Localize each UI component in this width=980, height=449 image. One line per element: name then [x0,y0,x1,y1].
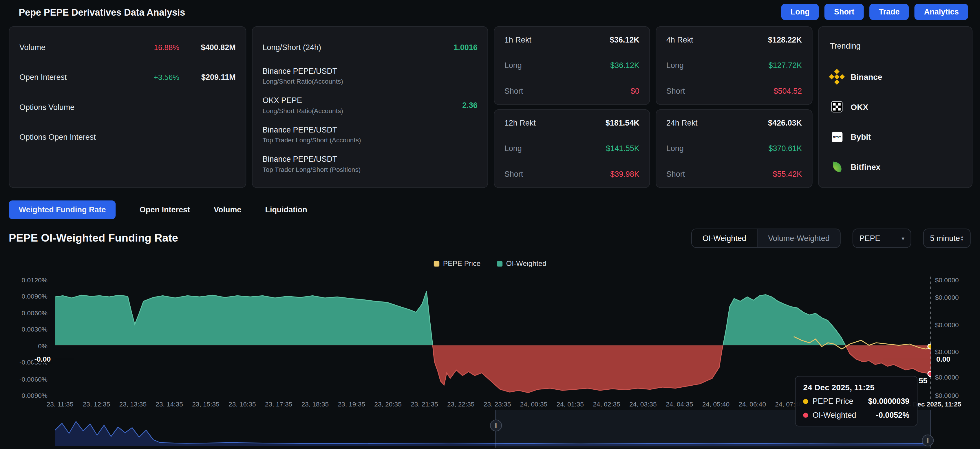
bybit-icon [830,130,843,143]
market-stats-card: Volume -16.88% $400.82M Open Interest +3… [9,26,246,188]
stat-row-open-interest: Open Interest +3.56% $209.11M [19,72,236,83]
navigator-right-handle-icon[interactable]: ∥ [922,435,934,446]
tooltip-row-price: PEPE Price $0.0000039 [803,397,909,406]
up-down-icon: ▲▼ [960,235,964,241]
trending-item-label: Bitfinex [851,162,880,171]
rekt-total: $181.54K [606,119,640,127]
rekt-short-value: $504.52 [773,87,802,95]
trending-item-okx[interactable]: OKX [830,99,961,114]
toggle-volume-weighted[interactable]: Volume-Weighted [757,229,840,248]
page-title: Pepe PEPE Derivatives Data Analysis [19,7,185,17]
y-axis-left-tick: 0.0090% [22,292,48,300]
funding-dot-icon [803,413,808,418]
ls-item-name: OKX PEPE [262,96,343,105]
rekt-short-label: Short [667,170,685,179]
rekt-card-24h: 24h Rekt$426.03K Long$370.61K Short$55.4… [655,109,813,188]
ls-item-name: Binance PEPE/USDT [262,155,361,163]
ls-item-desc: Long/Short Ratio(Accounts) [262,107,343,114]
rekt-long-label: Long [504,61,522,70]
short-button[interactable]: Short [825,4,864,20]
rekt-period: 4h Rekt [667,36,693,44]
tab-open-interest[interactable]: Open Interest [140,205,190,214]
y-axis-left-tick: -0.0060% [19,375,48,382]
trending-item-label: Binance [851,72,882,81]
ls-item-binance-top-positions[interactable]: Binance PEPE/USDT Top Trader Long/Short … [262,155,477,173]
ls-item-value: 2.36 [462,101,477,109]
trending-title: Trending [830,42,961,53]
y-axis-right-tick: $0.0000 [935,276,959,284]
bitfinex-icon [830,160,843,173]
rekt-period: 24h Rekt [667,119,698,127]
pair-select-value: PEPE [859,234,880,243]
y-axis-left-tick: 0.0060% [22,309,48,316]
stat-row-options-open-interest: Options Open Interest [19,132,236,143]
stat-label: Options Open Interest [19,133,179,142]
y-axis-right-tick: $0.0000 [935,321,959,328]
binance-icon [830,70,843,84]
long-button[interactable]: Long [781,4,819,20]
stat-change: -16.88% [151,43,179,52]
trending-item-bybit[interactable]: Bybit [830,129,961,144]
interval-select-value: 5 minute [930,234,960,243]
okx-icon [830,100,843,113]
current-price-axis-badge: 0.00 [935,355,951,363]
rekt-long-value: $36.12K [610,61,640,70]
rekt-short-label: Short [504,87,523,95]
tab-liquidation[interactable]: Liquidation [265,205,307,214]
y-axis-right-tick: $0.0000 [935,392,959,399]
rekt-card-12h: 12h Rekt$181.54K Long$141.55K Short$39.9… [494,109,650,188]
tab-weighted-funding-rate[interactable]: Weighted Funding Rate [9,200,116,219]
legend-pepe-price[interactable]: PEPE Price [434,260,480,267]
rekt-period: 12h Rekt [504,119,536,127]
legend-label: OI-Weighted [506,260,546,267]
rekt-long-label: Long [504,144,522,153]
ls-item-okx-accounts[interactable]: OKX PEPE Long/Short Ratio(Accounts) 2.36 [262,96,477,114]
oi-weighted-swatch-icon [497,261,502,266]
ls-item-binance-accounts[interactable]: Binance PEPE/USDT Long/Short Ratio(Accou… [262,67,477,85]
rekt-card-1h: 1h Rekt$36.12K Long$36.12K Short$0 [494,26,650,105]
y-axis-right-tick: $0.0000 [935,348,959,355]
legend-label: PEPE Price [443,260,481,267]
rekt-long-value: $141.55K [606,144,640,153]
trending-item-label: OKX [851,102,868,111]
y-axis-right-tick: $0.0000 [935,373,959,381]
trending-item-binance[interactable]: Binance [830,70,961,84]
toggle-oi-weighted[interactable]: OI-Weighted [692,229,757,248]
long-short-header: Long/Short (24h) 1.0016 [262,42,477,53]
tooltip-series-name: OI-Weighted [813,411,856,419]
long-short-ratio: 1.0016 [453,43,477,52]
ls-item-binance-top-accounts[interactable]: Binance PEPE/USDT Top Trader Long/Short … [262,125,477,144]
y-axis-right: $0.0000$0.0000$0.0000$0.0000$0.0000$0.00… [934,276,980,401]
trade-button[interactable]: Trade [869,4,909,20]
tooltip-row-funding: OI-Weighted -0.0052% [803,411,909,419]
tooltip-series-value: -0.0052% [876,411,909,419]
rekt-long-value: $370.61K [768,144,802,153]
trending-item-label: Bybit [851,132,871,141]
analytics-button[interactable]: Analytics [915,4,968,20]
price-dot-icon [803,399,808,404]
interval-select[interactable]: 5 minute ▲▼ [923,228,971,248]
long-short-list: Binance PEPE/USDT Long/Short Ratio(Accou… [262,67,477,173]
trending-list: Binance OKX Bybit Bitfinex [830,70,961,175]
chevron-down-icon: ▾ [902,235,904,241]
pepe-price-swatch-icon [434,261,439,266]
rekt-period: 1h Rekt [504,36,531,44]
legend-oi-weighted[interactable]: OI-Weighted [497,260,546,267]
y-axis-left-tick: 0% [38,342,48,349]
chart-legend: PEPE Price OI-Weighted [0,260,980,267]
trending-item-bitfinex[interactable]: Bitfinex [830,159,961,174]
funding-countdown: 55 [919,376,928,385]
navigator-left-handle-icon[interactable]: ∥ [490,419,502,432]
tooltip-date: 24 Dec 2025, 11:25 [803,383,909,392]
trending-card: Trending Binance OKX Bybit Bitfinex [818,26,972,188]
tab-volume[interactable]: Volume [214,205,241,214]
long-short-card: Long/Short (24h) 1.0016 Binance PEPE/USD… [252,26,488,188]
stat-row-options-volume: Options Volume [19,102,236,113]
current-funding-axis-badge: -0.00 [33,355,52,363]
rekt-card-4h: 4h Rekt$128.22K Long$127.72K Short$504.5… [655,26,813,105]
tooltip-series-value: $0.0000039 [868,397,910,406]
rekt-short-label: Short [667,87,685,95]
pair-select[interactable]: PEPE ▾ [853,228,912,248]
stat-change: +3.56% [154,73,180,82]
y-axis-left-tick: 0.0030% [22,325,48,333]
